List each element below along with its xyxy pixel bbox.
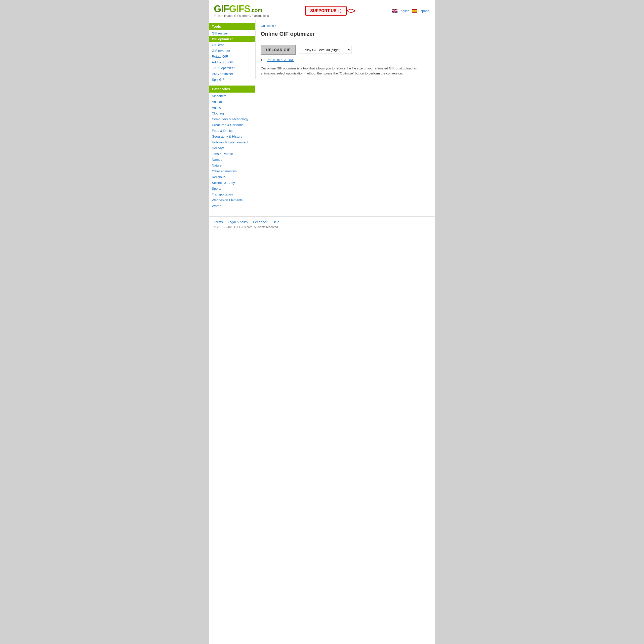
breadcrumb-separator: / [275, 24, 276, 28]
sidebar-item-gif-crop[interactable]: GIF crop [209, 42, 255, 48]
sidebar-item-jpeg-optimizer[interactable]: JPEG optimizer [209, 65, 255, 71]
sidebar-item-geography[interactable]: Geography & History [209, 134, 255, 139]
language-selector: English Español [392, 9, 430, 13]
sidebar-item-science[interactable]: Science & Body [209, 180, 255, 186]
footer-help-link[interactable]: Help [272, 220, 279, 224]
sidebar-item-rotate-gif[interactable]: Rotate GIF [209, 54, 255, 59]
content-area: GIF tools / Online GIF optimizer UPLOAD … [255, 20, 435, 79]
sidebar-item-nature[interactable]: Nature [209, 163, 255, 168]
upload-gif-button[interactable]: UPLOAD GIF [261, 45, 296, 55]
sidebar-item-holidays[interactable]: Holidays [209, 145, 255, 151]
english-flag-icon [392, 9, 397, 13]
main-layout: Tools GIF resizer GIF optimizer GIF crop… [209, 20, 435, 211]
sidebar-item-creatures[interactable]: Creatures & Cartoons [209, 122, 255, 128]
support-text: SUPPORT US :-) [305, 6, 346, 16]
sidebar-item-food[interactable]: Food & Drinks [209, 128, 255, 134]
sidebar-item-other[interactable]: Other animations [209, 168, 255, 174]
support-banner: SUPPORT US :-) [305, 6, 355, 16]
copyright-text: © 2011—2020 GIFGIFs.com. All rights rese… [214, 225, 430, 229]
footer-feedback-link[interactable]: Feedback [253, 220, 267, 224]
spanish-flag-icon [412, 9, 417, 13]
sidebar-item-png-optimizer[interactable]: PNG optimizer [209, 71, 255, 77]
sidebar-item-words[interactable]: Words [209, 203, 255, 209]
logo-gif: GIF [214, 4, 229, 14]
or-text: OR [261, 58, 266, 62]
sidebar-item-sports[interactable]: Sports [209, 186, 255, 191]
categories-header: Categories [209, 86, 255, 93]
footer-links: Terms Legal & policy Feedback Help [214, 220, 430, 224]
logo-com: .com [250, 7, 262, 13]
english-link[interactable]: English [392, 9, 409, 13]
breadcrumb: GIF tools / [261, 24, 430, 28]
tools-header: Tools [209, 23, 255, 30]
spanish-link[interactable]: Español [412, 9, 430, 13]
svg-marker-0 [354, 10, 356, 12]
description-text: Our online GIF optimizer is a tool that … [261, 66, 430, 76]
sidebar-item-animals[interactable]: Animals [209, 99, 255, 105]
site-footer: Terms Legal & policy Feedback Help © 201… [209, 216, 435, 232]
logo-area: GIFGIFS.com Free animated GIFs, free GIF… [214, 4, 269, 18]
site-header: GIFGIFS.com Free animated GIFs, free GIF… [209, 0, 435, 20]
sidebar-item-split-gif[interactable]: Split GIF [209, 77, 255, 83]
svg-rect-5 [392, 11, 397, 11]
sidebar-item-jobs[interactable]: Jobs & People [209, 151, 255, 157]
sidebar-item-clothing[interactable]: Clothing [209, 110, 255, 116]
sidebar-item-names[interactable]: Names [209, 157, 255, 163]
sidebar-item-gif-reverser[interactable]: GIF reverser [209, 48, 255, 54]
breadcrumb-link[interactable]: GIF tools [261, 24, 274, 28]
footer-legal-link[interactable]: Legal & policy [228, 220, 248, 224]
tool-controls: UPLOAD GIF Lossy GIF level 30 (slight) L… [261, 45, 430, 55]
quality-select[interactable]: Lossy GIF level 30 (slight) Lossy GIF le… [299, 46, 351, 54]
sidebar-item-alphabets[interactable]: Alphabets [209, 93, 255, 99]
sidebar-item-gif-optimizer[interactable]: GIF optimizer [209, 36, 255, 42]
svg-rect-7 [412, 10, 417, 12]
sidebar-item-religious[interactable]: Religious [209, 174, 255, 180]
sidebar-item-computers[interactable]: Computers & Technology [209, 116, 255, 122]
logo-gifs: GIFS [229, 4, 250, 14]
sidebar: Tools GIF resizer GIF optimizer GIF crop… [209, 20, 255, 211]
paste-image-url-link[interactable]: PASTE IMAGE URL [267, 58, 294, 62]
sidebar-item-anime[interactable]: Anime [209, 105, 255, 110]
site-tagline: Free animated GIFs, free GIF animations [214, 14, 269, 18]
sidebar-item-transportation[interactable]: Transportation [209, 191, 255, 197]
sidebar-item-hobbies[interactable]: Hobbies & Entertainment [209, 139, 255, 145]
footer-terms-link[interactable]: Terms [214, 220, 223, 224]
support-arrow-icon [347, 7, 356, 15]
sidebar-item-add-text[interactable]: Add text to GIF [209, 59, 255, 65]
sidebar-item-gif-resizer[interactable]: GIF resizer [209, 30, 255, 36]
sidebar-item-webdesign[interactable]: Webdesign Elements [209, 197, 255, 203]
site-logo: GIFGIFS.com [214, 4, 269, 14]
page-title: Online GIF optimizer [261, 31, 430, 40]
paste-area: OR PASTE IMAGE URL [261, 58, 430, 62]
